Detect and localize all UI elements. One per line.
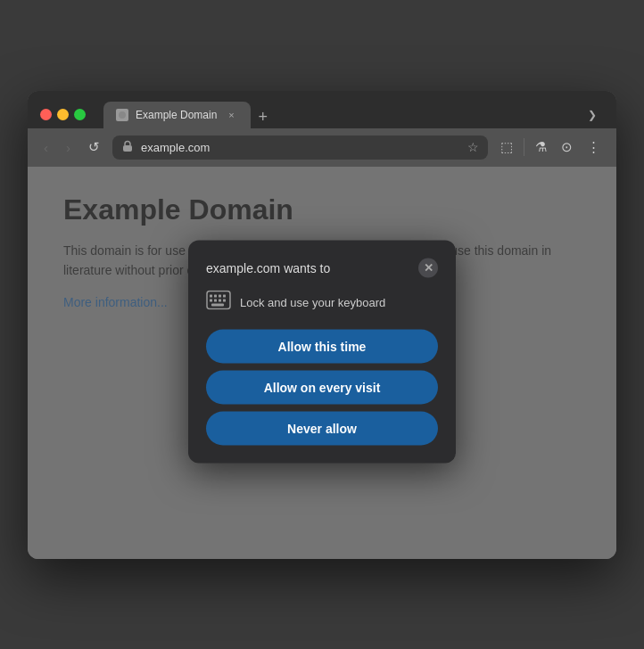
svg-rect-6 (223, 294, 226, 297)
address-text: example.com (141, 141, 460, 154)
svg-point-0 (119, 111, 126, 119)
permission-text: Lock and use your keyboard (240, 296, 385, 309)
permission-info: Lock and use your keyboard (206, 290, 438, 315)
bookmark-icon[interactable]: ☆ (467, 140, 479, 154)
new-tab-button[interactable]: + (251, 105, 275, 128)
svg-rect-8 (214, 299, 217, 301)
forward-button[interactable]: › (61, 136, 76, 159)
svg-rect-9 (219, 299, 221, 301)
popup-close-button[interactable]: ✕ (418, 258, 438, 277)
page-content: Example Domain This domain is for use in… (28, 167, 616, 559)
security-icon (121, 140, 134, 155)
svg-rect-11 (211, 303, 224, 306)
permission-popup: example.com wants to ✕ (188, 240, 456, 463)
close-window-button[interactable] (40, 109, 52, 120)
active-tab[interactable]: Example Domain × (103, 102, 251, 128)
maximize-window-button[interactable] (74, 109, 86, 120)
svg-rect-10 (223, 299, 226, 301)
tab-favicon-icon (116, 109, 128, 121)
browser-window: Example Domain × + ❯ ‹ › ↺ example.com ☆ (28, 91, 616, 559)
extensions-button[interactable]: ⬚ (495, 136, 518, 159)
never-allow-button[interactable]: Never allow (206, 411, 438, 445)
tab-overflow-button[interactable]: ❯ (581, 105, 604, 125)
address-bar[interactable]: example.com ☆ (112, 136, 488, 160)
popup-header: example.com wants to ✕ (206, 258, 438, 277)
svg-rect-5 (219, 294, 221, 297)
title-bar: Example Domain × + ❯ (28, 91, 616, 128)
back-button[interactable]: ‹ (38, 136, 54, 159)
nav-divider (524, 138, 524, 156)
lab-button[interactable]: ⚗ (530, 136, 552, 159)
reload-button[interactable]: ↺ (83, 136, 105, 159)
svg-rect-7 (210, 299, 212, 301)
tab-bar: Example Domain × + (103, 102, 572, 128)
svg-rect-3 (210, 294, 212, 297)
nav-bar: ‹ › ↺ example.com ☆ ⬚ ⚗ ⊙ ⋮ (28, 128, 616, 167)
popup-title: example.com wants to (206, 260, 330, 275)
profile-button[interactable]: ⊙ (556, 136, 578, 159)
svg-rect-4 (214, 294, 217, 297)
nav-icons: ⬚ ⚗ ⊙ ⋮ (495, 136, 606, 159)
svg-rect-1 (123, 145, 132, 152)
keyboard-icon (206, 290, 231, 315)
minimize-window-button[interactable] (57, 109, 69, 120)
tab-title: Example Domain (136, 109, 217, 121)
menu-button[interactable]: ⋮ (582, 136, 606, 159)
allow-every-visit-button[interactable]: Allow on every visit (206, 370, 438, 404)
allow-this-time-button[interactable]: Allow this time (206, 329, 438, 363)
tab-close-button[interactable]: × (224, 108, 238, 122)
traffic-lights (40, 109, 86, 120)
